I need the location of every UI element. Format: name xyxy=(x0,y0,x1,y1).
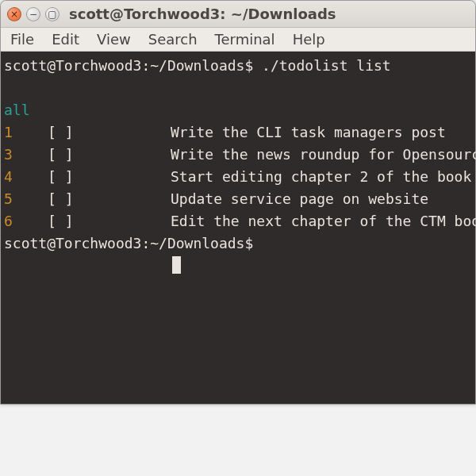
menu-terminal[interactable]: Terminal xyxy=(213,29,277,49)
terminal-output[interactable]: scott@Torchwood3:~/Downloads$ ./todolist… xyxy=(1,52,476,404)
todo-id: 4 xyxy=(4,166,48,188)
menu-view[interactable]: View xyxy=(95,29,132,49)
todo-checkbox: [ ] xyxy=(48,210,171,232)
todo-text: Write the CLI task managers post xyxy=(171,121,476,144)
todo-text: Start editing chapter 2 of the book xyxy=(171,166,476,188)
todo-id: 5 xyxy=(4,188,48,210)
todo-row: 5[ ]Update service page on website xyxy=(4,188,476,210)
shell-command: ./todolist list xyxy=(262,57,391,74)
menu-edit[interactable]: Edit xyxy=(50,29,81,49)
todo-id: 6 xyxy=(4,210,48,232)
todo-row: 4[ ]Start editing chapter 2 of the book xyxy=(4,166,476,188)
maximize-icon[interactable]: ▢ xyxy=(45,7,60,21)
titlebar[interactable]: × − ▢ scott@Torchwood3: ~/Downloads xyxy=(1,1,475,28)
menubar: File Edit View Search Terminal Help xyxy=(1,28,475,52)
list-heading: all xyxy=(4,102,30,118)
todo-checkbox: [ ] xyxy=(48,144,171,166)
menu-search[interactable]: Search xyxy=(147,29,199,49)
todo-checkbox: [ ] xyxy=(48,121,171,144)
menu-help[interactable]: Help xyxy=(291,29,327,49)
terminal-area: scott@Torchwood3:~/Downloads$ ./todolist… xyxy=(1,52,475,404)
shell-prompt: scott@Torchwood3:~/Downloads$ xyxy=(4,57,262,74)
close-icon[interactable]: × xyxy=(7,7,21,21)
shell-prompt: scott@Torchwood3:~/Downloads$ xyxy=(4,235,262,251)
todo-checkbox: [ ] xyxy=(48,188,171,210)
cursor-icon xyxy=(172,256,181,274)
todo-id: 1 xyxy=(4,121,48,144)
todo-row: 6[ ]Edit the next chapter of the CTM boo… xyxy=(4,210,476,232)
todo-row: 3[ ]Write the news roundup for Opensourc… xyxy=(4,144,476,166)
todo-text: Update service page on website xyxy=(171,188,476,210)
todo-row: 1[ ]Write the CLI task managers post xyxy=(4,121,476,144)
terminal-window: × − ▢ scott@Torchwood3: ~/Downloads File… xyxy=(0,0,476,405)
menu-file[interactable]: File xyxy=(9,29,36,49)
todo-text: Write the news roundup for Opensource.co… xyxy=(171,144,476,166)
window-title: scott@Torchwood3: ~/Downloads xyxy=(69,6,336,22)
window-controls: × − ▢ xyxy=(7,7,60,21)
minimize-icon[interactable]: − xyxy=(26,7,40,21)
todo-id: 3 xyxy=(4,144,48,166)
todo-text: Edit the next chapter of the CTM book xyxy=(171,210,476,232)
blank-line xyxy=(4,79,13,96)
todo-checkbox: [ ] xyxy=(48,166,171,188)
